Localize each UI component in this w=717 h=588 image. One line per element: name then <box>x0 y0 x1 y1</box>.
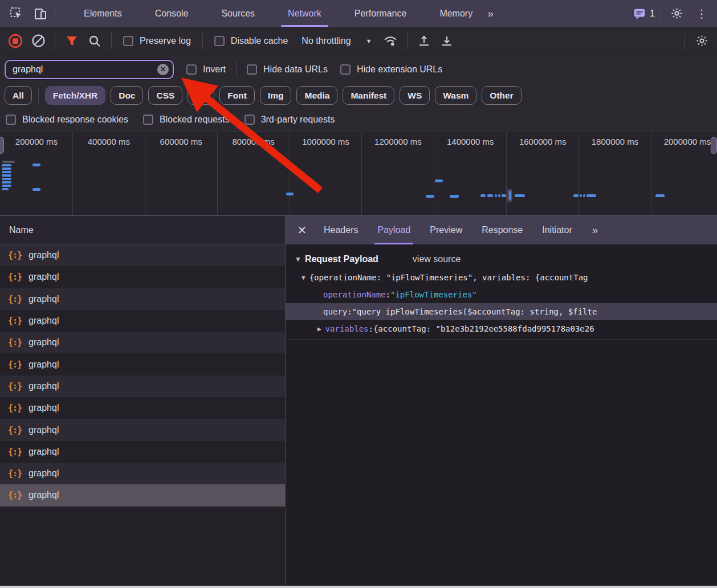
tab-elements[interactable]: Elements <box>69 0 137 27</box>
invert-checkbox[interactable]: Invert <box>186 64 226 75</box>
view-source-link[interactable]: view source <box>413 254 461 264</box>
device-toolbar-icon[interactable] <box>31 4 50 23</box>
expand-triangle-icon[interactable]: ▶ <box>317 325 321 333</box>
issues-badge[interactable]: 1 <box>633 7 655 20</box>
chip-fetch-xhr[interactable]: Fetch/XHR <box>45 86 105 105</box>
chip-font[interactable]: Font <box>219 86 255 105</box>
chip-img[interactable]: Img <box>260 86 292 105</box>
tab-memory[interactable]: Memory <box>425 0 487 27</box>
blocked-requests-checkbox[interactable]: Blocked requests <box>143 115 230 125</box>
fetch-xhr-icon: {:} <box>8 447 22 457</box>
overview-right-grip[interactable] <box>711 137 717 154</box>
throttling-value: No throttling <box>302 36 351 46</box>
table-row[interactable]: {:}graphql <box>0 353 285 375</box>
waterfall-bar <box>2 168 11 170</box>
search-icon[interactable] <box>85 31 104 51</box>
tab-preview[interactable]: Preview <box>420 216 472 244</box>
request-payload-header[interactable]: ▼ Request Payload view source <box>286 244 717 269</box>
clear-network-log-icon[interactable] <box>28 31 48 51</box>
request-name: graphql <box>28 490 59 500</box>
chip-css[interactable]: CSS <box>148 86 182 105</box>
close-details-icon[interactable]: ✕ <box>292 220 312 240</box>
network-conditions-icon[interactable] <box>381 31 400 51</box>
table-row[interactable]: {:}graphql <box>0 288 285 310</box>
export-har-icon[interactable] <box>437 31 457 51</box>
table-row[interactable]: {:}graphql <box>0 332 285 353</box>
payload-summary-row[interactable]: ▼ {operationName: "ipFlowTimeseries", va… <box>286 269 717 286</box>
3rd-party-requests-checkbox[interactable]: 3rd-party requests <box>245 115 335 125</box>
request-name: graphql <box>28 294 59 304</box>
payload-tree: ▼ {operationName: "ipFlowTimeseries", va… <box>286 269 717 340</box>
payload-row[interactable]: query: "query ipFlowTimeseries($accountT… <box>286 303 717 320</box>
waterfall-bar <box>2 185 11 187</box>
table-row[interactable]: {:}graphql <box>0 397 285 419</box>
tab-console[interactable]: Console <box>140 0 203 27</box>
overview-tick-label: 1800000 ms <box>592 137 639 215</box>
tab-payload[interactable]: Payload <box>368 216 420 244</box>
tab-performance[interactable]: Performance <box>340 0 422 27</box>
network-settings-gear-icon[interactable] <box>692 31 711 51</box>
disable-cache-checkbox[interactable]: Disable cache <box>214 36 288 46</box>
overview-column: 1800000 ms <box>579 132 651 215</box>
filter-funnel-icon[interactable] <box>62 31 82 51</box>
payload-row[interactable]: ▶variables: {accountTag: "b12e3b2192ee55… <box>286 320 717 337</box>
fetch-xhr-icon: {:} <box>8 425 22 435</box>
chip-js[interactable]: JS <box>188 86 214 105</box>
tab-initiator[interactable]: Initiator <box>532 216 581 244</box>
tab-response[interactable]: Response <box>472 216 532 244</box>
waterfall-bar <box>498 194 500 197</box>
table-row[interactable]: {:}graphql <box>0 244 285 266</box>
chip-ws[interactable]: WS <box>400 86 430 105</box>
payload-value: {accountTag: "b12e3b2192ee5588fdad995178… <box>373 324 594 333</box>
chip-all[interactable]: All <box>5 86 32 105</box>
request-name: graphql <box>28 468 59 479</box>
table-row[interactable]: {:}graphql <box>0 441 285 463</box>
name-column-header[interactable]: Name <box>0 216 285 244</box>
hide-data-urls-checkbox[interactable]: Hide data URLs <box>247 64 328 75</box>
overview-left-grip[interactable] <box>0 137 4 154</box>
network-toolbar: Preserve log Disable cache No throttling… <box>0 27 717 55</box>
payload-row[interactable]: operationName: "ipFlowTimeseries" <box>286 286 717 303</box>
checkbox-box <box>247 64 257 75</box>
chip-media[interactable]: Media <box>296 86 337 105</box>
record-button[interactable] <box>6 31 25 51</box>
tab-network[interactable]: Network <box>273 0 336 27</box>
chip-doc[interactable]: Doc <box>111 86 143 105</box>
hide-extension-urls-checkbox[interactable]: Hide extension URLs <box>340 64 442 75</box>
waterfall-bar <box>480 194 486 197</box>
network-overview-timeline[interactable]: 200000 ms400000 ms600000 ms800000 ms1000… <box>0 132 717 216</box>
kebab-menu-icon[interactable]: ⋮ <box>692 4 711 23</box>
tab-sources[interactable]: Sources <box>206 0 270 27</box>
waterfall-bar <box>487 194 493 197</box>
throttling-dropdown[interactable]: No throttling ▼ <box>302 36 372 46</box>
inspect-element-icon[interactable] <box>7 4 26 23</box>
chip-wasm[interactable]: Wasm <box>435 86 476 105</box>
chip-manifest[interactable]: Manifest <box>343 86 394 105</box>
table-row[interactable]: {:}graphql <box>0 463 285 484</box>
waterfall-bar <box>2 171 11 173</box>
filter-input[interactable]: graphql ✕ <box>5 60 174 79</box>
clear-filter-icon[interactable]: ✕ <box>157 64 169 75</box>
chip-other[interactable]: Other <box>482 86 521 105</box>
table-row[interactable]: {:}graphql <box>0 375 285 397</box>
import-har-icon[interactable] <box>414 31 434 51</box>
waterfall-bar <box>2 161 15 163</box>
request-name: graphql <box>28 403 59 413</box>
table-row[interactable]: {:}graphql <box>0 310 285 332</box>
blocked-response-cookies-checkbox[interactable]: Blocked response cookies <box>6 115 128 125</box>
toolbar-divider <box>685 33 685 49</box>
table-row[interactable]: {:}graphql <box>0 266 285 288</box>
tab-headers[interactable]: Headers <box>314 216 368 244</box>
preserve-log-checkbox[interactable]: Preserve log <box>123 36 191 46</box>
settings-gear-icon[interactable] <box>667 4 686 23</box>
details-more-tabs-icon[interactable]: » <box>592 224 597 236</box>
fetch-xhr-icon: {:} <box>8 272 22 282</box>
waterfall-bar <box>2 164 11 166</box>
waterfall-bar <box>435 179 443 182</box>
table-row[interactable]: {:}graphql <box>0 484 285 506</box>
more-panels-icon[interactable]: » <box>487 7 492 20</box>
waterfall-bar <box>580 194 582 197</box>
checkbox-box <box>143 115 153 125</box>
table-row[interactable]: {:}graphql <box>0 419 285 440</box>
expand-triangle-icon[interactable]: ▼ <box>302 274 305 281</box>
